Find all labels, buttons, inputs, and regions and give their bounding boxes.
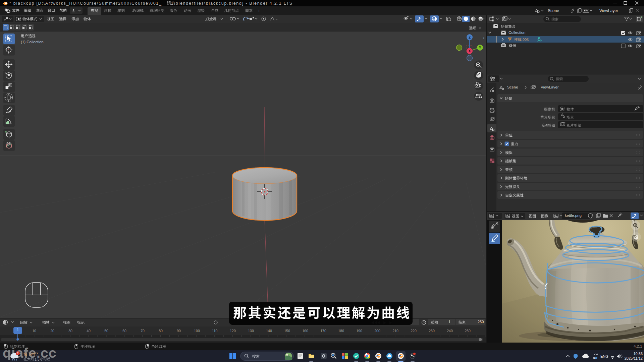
- svg-text:90: 90: [177, 329, 181, 333]
- svg-text:130: 130: [248, 329, 254, 333]
- svg-text:110: 110: [212, 329, 218, 333]
- svg-text:100: 100: [194, 329, 200, 333]
- svg-text:50: 50: [104, 329, 108, 333]
- svg-text:10: 10: [32, 329, 36, 333]
- svg-text:200: 200: [374, 329, 380, 333]
- svg-text:230: 230: [429, 329, 435, 333]
- svg-text:Y: Y: [479, 46, 481, 50]
- svg-text:X: X: [469, 49, 471, 53]
- svg-text:170: 170: [320, 329, 326, 333]
- svg-text:80: 80: [159, 329, 163, 333]
- svg-text:30: 30: [68, 329, 72, 333]
- svg-text:Z: Z: [469, 36, 471, 39]
- svg-text:240: 240: [447, 329, 453, 333]
- svg-text:150: 150: [284, 329, 290, 333]
- svg-text:20: 20: [50, 329, 54, 333]
- svg-text:250: 250: [465, 329, 471, 333]
- svg-text:ENG: ENG: [600, 354, 608, 358]
- svg-text:160: 160: [302, 329, 308, 333]
- svg-text:70: 70: [141, 329, 145, 333]
- svg-text:60: 60: [122, 329, 126, 333]
- svg-text:40: 40: [87, 329, 91, 333]
- svg-text:210: 210: [392, 329, 398, 333]
- svg-text:220: 220: [411, 329, 417, 333]
- svg-text:190: 190: [356, 329, 362, 333]
- svg-text:120: 120: [230, 329, 236, 333]
- svg-text:180: 180: [338, 329, 344, 333]
- svg-text:2: 2: [17, 352, 19, 355]
- svg-text:140: 140: [266, 329, 272, 333]
